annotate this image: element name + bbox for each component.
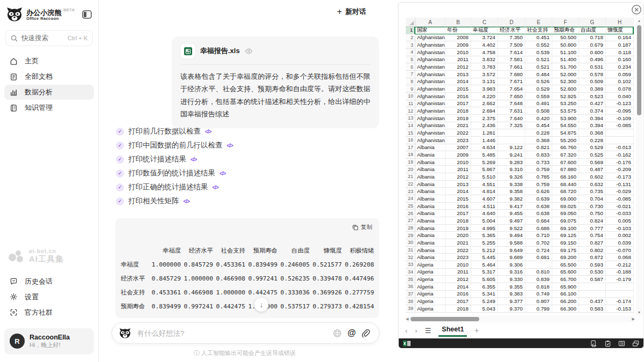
cell[interactable]: 0.068 [606,254,634,261]
cell[interactable]: 4.634 [471,144,498,152]
cell[interactable]: 7.325 [498,122,525,130]
cell[interactable]: 5.510 [471,173,498,181]
cell[interactable]: 4.402 [471,41,498,49]
cell[interactable]: 国家 [415,27,445,34]
row-number[interactable]: 5 [406,56,415,64]
cell[interactable]: 9.689 [498,254,525,261]
cell[interactable]: 5.269 [471,159,498,166]
preview-eye-icon[interactable] [245,47,253,55]
cell[interactable]: 66.760 [552,144,579,152]
row-number[interactable]: 14 [406,122,415,130]
cell[interactable]: Albania [415,225,445,232]
cell[interactable]: 9.588 [498,239,525,247]
cell[interactable]: Afghanistan [415,100,445,108]
cell[interactable]: 0.704 [579,195,606,203]
cell[interactable]: 2011 [445,269,471,276]
cell[interactable]: -0.176 [606,159,634,166]
sidebar-item-history[interactable]: 历史会话 [4,274,94,289]
cell[interactable]: 2014 [445,78,471,86]
cell[interactable]: 0.491 [525,100,552,108]
cell[interactable]: 51.100 [552,49,579,56]
cell[interactable]: 9.649 [498,247,525,254]
cell[interactable]: 66.200 [552,298,579,305]
cell[interactable]: 9.370 [498,305,525,313]
row-number[interactable]: 24 [406,195,415,203]
cell[interactable]: 69.150 [552,239,579,247]
cell[interactable]: Albania [415,144,445,152]
cell[interactable]: 0.872 [579,254,606,261]
cell[interactable]: 2019 [445,225,471,232]
cell[interactable]: 0.228 [579,137,606,144]
cell[interactable]: 65.500 [552,261,579,269]
cell[interactable]: 0.587 [579,276,606,283]
cell[interactable]: Albania [415,166,445,173]
cell[interactable]: 4.220 [471,93,498,100]
cell[interactable]: 2021 [445,122,471,130]
cell[interactable]: 4.640 [471,210,498,217]
prev-sheet-icon[interactable]: ‹ [405,327,407,335]
row-number[interactable]: 13 [406,115,415,122]
cell[interactable]: 9.358 [498,188,525,195]
copy-button[interactable]: 复制 [352,223,372,231]
cell[interactable]: -0.131 [606,181,634,188]
cell[interactable]: 53.900 [552,115,579,122]
cell[interactable]: 0.777 [579,225,606,232]
column-header-F[interactable]: F [552,18,579,27]
cell[interactable]: 0.531 [579,63,606,71]
cell[interactable]: 0.523 [579,93,606,100]
code-icon[interactable]: </> [227,143,233,149]
cell[interactable]: Albania [415,247,445,254]
cell[interactable]: Afghanistan [415,49,445,56]
cell[interactable]: 0.552 [525,41,552,49]
cell[interactable]: 0.529 [579,144,606,152]
cell[interactable]: 2022 [445,247,471,254]
cell[interactable]: 2016 [445,291,471,298]
cell[interactable]: 0.368 [579,129,606,137]
cell[interactable]: -0.188 [606,269,634,276]
cell[interactable]: -0.085 [606,122,634,130]
cell[interactable]: 2.436 [471,122,498,130]
cell[interactable]: Afghanistan [415,34,445,42]
cell[interactable]: 9.355 [498,283,525,291]
cell[interactable]: 0.679 [579,41,606,49]
cell[interactable]: 0.799 [525,305,552,313]
row-number[interactable]: 28 [406,225,415,232]
cell[interactable]: Algeria [415,269,445,276]
cell[interactable]: 0.374 [579,107,606,115]
cell[interactable]: 54.550 [552,122,579,130]
cell[interactable]: 0.002 [606,232,634,239]
cell[interactable]: 2018 [445,107,471,115]
cell[interactable]: 0.102 [606,78,634,86]
cell[interactable]: -0.033 [606,210,634,217]
cell[interactable]: 69.075 [552,217,579,225]
row-number[interactable]: 11 [406,100,415,108]
cell[interactable]: 0.389 [579,85,606,93]
row-number[interactable]: 32 [406,254,415,261]
cell[interactable]: 9.316 [498,269,525,276]
cell[interactable]: 2009 [445,151,471,159]
cell[interactable] [498,137,525,144]
cell[interactable]: 7.614 [498,49,525,56]
cell[interactable]: 0.759 [525,181,552,188]
cell[interactable]: 9.241 [498,151,525,159]
row-number[interactable]: 23 [406,188,415,195]
cell[interactable]: 9.377 [498,298,525,305]
scroll-to-bottom-button[interactable]: ↓ [254,298,268,312]
cell[interactable]: Albania [415,239,445,247]
cell[interactable]: 0.807 [525,298,552,305]
cell[interactable]: Algeria [415,298,445,305]
cell[interactable]: Albania [415,254,445,261]
cell[interactable]: 慷慨度 [606,27,634,34]
cell[interactable]: Albania [415,159,445,166]
cell[interactable]: 0.509 [579,78,606,86]
cell[interactable]: 7.654 [498,85,525,93]
cell[interactable]: 65.600 [552,269,579,276]
row-number[interactable]: 9 [406,85,415,93]
cell[interactable]: 69.000 [552,195,579,203]
cell[interactable]: 68.720 [552,188,579,195]
cell[interactable]: 0.833 [525,151,552,159]
cell[interactable] [606,129,634,137]
cell[interactable]: 0.234 [606,63,634,71]
cell[interactable]: 4.758 [471,49,498,56]
cell[interactable]: 5.212 [471,247,498,254]
